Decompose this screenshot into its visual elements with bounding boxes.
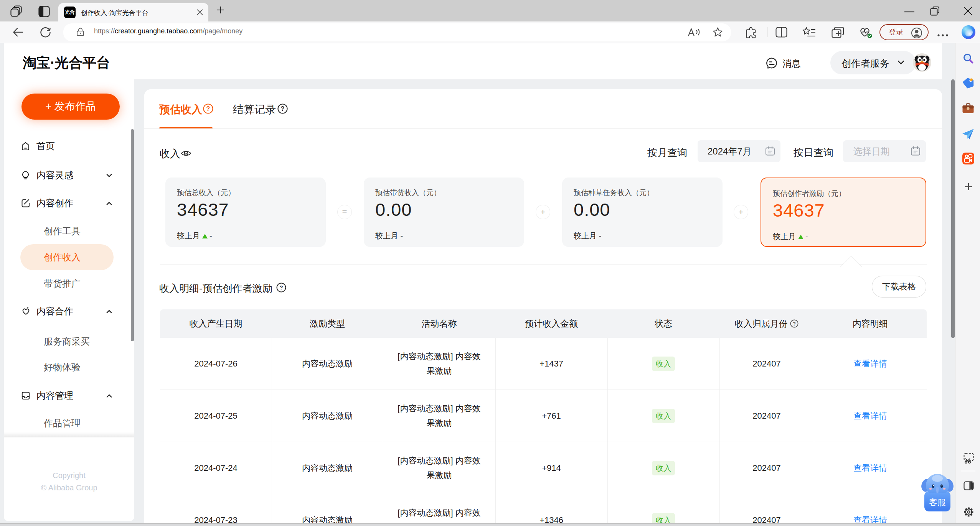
svg-text:?: ?: [793, 321, 796, 327]
svg-text:?: ?: [279, 284, 283, 291]
svg-text:?: ?: [281, 105, 285, 112]
svg-text:?: ?: [206, 105, 210, 112]
